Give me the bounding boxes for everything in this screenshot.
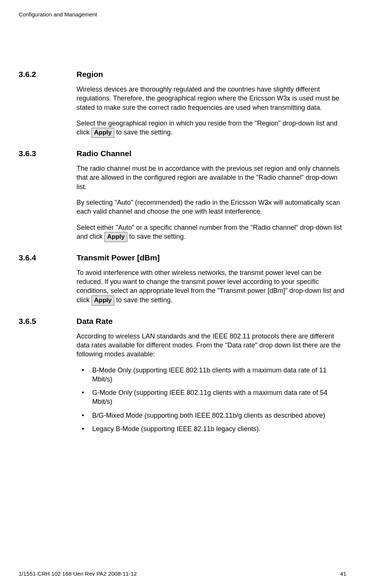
paragraph: Select the geographical region in which … <box>77 119 346 138</box>
section-header: 3.6.3 Radio Channel <box>19 149 346 158</box>
section-number: 3.6.2 <box>19 70 77 79</box>
section-body: To avoid interference with other wireles… <box>77 268 346 306</box>
paragraph: By selecting "Auto" (recommended) the ra… <box>77 198 346 216</box>
section-title: Transmit Power [dBm] <box>77 253 160 262</box>
apply-button[interactable]: Apply <box>91 128 114 138</box>
apply-button[interactable]: Apply <box>91 295 114 306</box>
page-number: 41 <box>340 570 346 577</box>
page-footer: 1/1551-CRH 102 168 Uen Rev PA2 2008-11-1… <box>19 570 346 577</box>
section-transmit-power: 3.6.4 Transmit Power [dBm] To avoid inte… <box>19 253 346 306</box>
section-body: According to wireless LAN standards and … <box>77 332 346 434</box>
section-radio-channel: 3.6.3 Radio Channel The radio channel mu… <box>19 149 346 242</box>
section-number: 3.6.5 <box>19 317 77 326</box>
section-number: 3.6.4 <box>19 253 77 262</box>
section-region: 3.6.2 Region Wireless devices are thorou… <box>19 70 346 138</box>
paragraph: Select either "Auto" or a specific chann… <box>77 223 346 242</box>
list-item: Legacy B-Mode (supporting IEEE 82.11b le… <box>77 424 346 433</box>
list-item: B-Mode Only (supporting IEEE 802.11b cli… <box>77 366 346 384</box>
list-item: G-Mode Only (supporting IEEE 802.11g cli… <box>77 388 346 406</box>
apply-button[interactable]: Apply <box>104 232 127 242</box>
section-title: Region <box>77 70 103 79</box>
page-header: Configuration and Management <box>19 11 346 18</box>
text: to save the setting. <box>114 296 172 304</box>
section-header: 3.6.4 Transmit Power [dBm] <box>19 253 346 262</box>
paragraph: The radio channel must be in accordance … <box>77 164 346 191</box>
bullet-list: B-Mode Only (supporting IEEE 802.11b cli… <box>77 366 346 434</box>
section-data-rate: 3.6.5 Data Rate According to wireless LA… <box>19 317 346 434</box>
section-body: Wireless devices are thoroughly regulate… <box>77 85 346 138</box>
paragraph: According to wireless LAN standards and … <box>77 332 346 359</box>
section-title: Radio Channel <box>77 149 131 158</box>
paragraph: To avoid interference with other wireles… <box>77 268 346 306</box>
text: to save the setting. <box>114 129 172 136</box>
section-number: 3.6.3 <box>19 149 77 158</box>
section-header: 3.6.5 Data Rate <box>19 317 346 326</box>
text: to save the setting. <box>127 233 185 240</box>
section-title: Data Rate <box>77 317 113 326</box>
section-header: 3.6.2 Region <box>19 70 346 79</box>
footer-doc-id: 1/1551-CRH 102 168 Uen Rev PA2 2008-11-1… <box>19 570 137 577</box>
section-body: The radio channel must be in accordance … <box>77 164 346 242</box>
paragraph: Wireless devices are thoroughly regulate… <box>77 85 346 112</box>
list-item: B/G-Mixed Mode (supporting both IEEE 802… <box>77 411 346 420</box>
